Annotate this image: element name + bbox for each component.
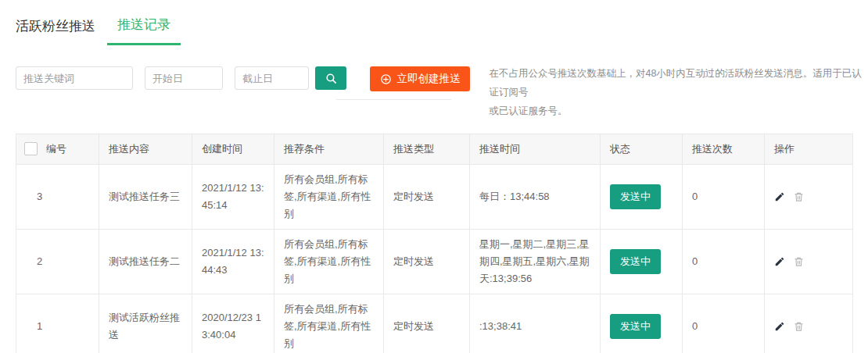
cell-status: 发送中 [601, 230, 683, 294]
table-row: 1 测试活跃粉丝推送 2020/12/23 13:40:04 所有会员组,所有标… [16, 294, 853, 353]
cell-push-time: 每日：13;44:58 [470, 165, 601, 230]
edit-pencil-icon[interactable] [774, 191, 785, 202]
status-button[interactable]: 发送中 [610, 249, 661, 274]
header-push-count: 推送次数 [683, 134, 765, 165]
create-push-button[interactable]: 立即创建推送 [370, 66, 470, 91]
cell-push-count: 0 [683, 230, 765, 294]
cell-push-time: 星期一,星期二,星期三,星期四,星期五,星期六,星期天:13;39:56 [470, 230, 601, 294]
toolbar-divider [336, 99, 451, 100]
push-records-table: 编号 推送内容 创建时间 推荐条件 推送类型 推送时间 状态 推送次数 操作 3… [16, 134, 853, 353]
header-push-type: 推送类型 [384, 134, 470, 165]
cell-id: 2 [16, 230, 99, 294]
plus-circle-icon [380, 73, 392, 85]
header-created-time: 创建时间 [192, 134, 274, 165]
delete-trash-icon[interactable] [794, 191, 804, 202]
cell-actions [765, 230, 853, 294]
cell-condition: 所有会员组,所有标签,所有渠道,所有性别 [274, 165, 384, 230]
tab-push-records[interactable]: 推送记录 [107, 16, 181, 45]
header-status: 状态 [601, 134, 683, 165]
start-date-input[interactable] [145, 66, 223, 90]
cell-status: 发送中 [601, 165, 683, 230]
cell-id: 1 [16, 294, 99, 353]
cell-id: 3 [16, 165, 99, 230]
search-button[interactable] [315, 66, 346, 90]
delete-trash-icon[interactable] [794, 321, 804, 332]
cell-status: 发送中 [601, 294, 683, 353]
cell-content: 测试活跃粉丝推送 [99, 294, 192, 353]
tab-active-fans-push[interactable]: 活跃粉丝推送 [16, 17, 95, 45]
tabs-bar: 活跃粉丝推送 推送记录 [16, 16, 868, 45]
table-header-row: 编号 推送内容 创建时间 推荐条件 推送类型 推送时间 状态 推送次数 操作 [16, 134, 853, 165]
cell-push-type: 定时发送 [384, 165, 470, 230]
cell-condition: 所有会员组,所有标签,所有渠道,所有性别 [274, 230, 384, 294]
cell-condition: 所有会员组,所有标签,所有渠道,所有性别 [274, 294, 384, 353]
cell-created-time: 2020/12/23 13:40:04 [192, 294, 274, 353]
cell-content: 测试推送任务二 [99, 230, 192, 294]
create-push-label: 立即创建推送 [396, 72, 460, 86]
cell-created-time: 2021/1/12 13:44:43 [192, 230, 274, 294]
magnifier-icon [325, 72, 338, 85]
cell-created-time: 2021/1/12 13:45:14 [192, 165, 274, 230]
table-row: 2 测试推送任务二 2021/1/12 13:44:43 所有会员组,所有标签,… [16, 230, 853, 294]
feature-description-line1: 在不占用公众号推送次数基础上，对48小时内互动过的活跃粉丝发送消息。适用于已认证… [489, 64, 868, 102]
table-header: 编号 推送内容 创建时间 推荐条件 推送类型 推送时间 状态 推送次数 操作 [16, 134, 853, 165]
cell-push-type: 定时发送 [384, 294, 470, 353]
cell-actions [765, 294, 853, 353]
feature-description: 在不占用公众号推送次数基础上，对48小时内互动过的活跃粉丝发送消息。适用于已认证… [489, 64, 868, 120]
status-button[interactable]: 发送中 [610, 184, 661, 209]
cell-push-time: :13;38:41 [470, 294, 601, 353]
feature-description-line2: 或已认证服务号。 [489, 102, 868, 120]
header-content: 推送内容 [99, 134, 192, 165]
header-id: 编号 [16, 134, 99, 165]
table-row: 3 测试推送任务三 2021/1/12 13:45:14 所有会员组,所有标签,… [16, 165, 853, 230]
cell-content: 测试推送任务三 [99, 165, 192, 230]
edit-pencil-icon[interactable] [774, 256, 785, 267]
keyword-input[interactable] [16, 66, 133, 90]
header-condition: 推荐条件 [274, 134, 384, 165]
table-body: 3 测试推送任务三 2021/1/12 13:45:14 所有会员组,所有标签,… [16, 165, 853, 353]
cell-actions [765, 165, 853, 230]
status-button[interactable]: 发送中 [610, 314, 661, 339]
cell-push-type: 定时发送 [384, 230, 470, 294]
select-all-checkbox[interactable] [24, 142, 38, 155]
cell-push-count: 0 [683, 294, 765, 353]
header-push-time: 推送时间 [470, 134, 601, 165]
header-actions: 操作 [765, 134, 853, 165]
delete-trash-icon[interactable] [794, 256, 804, 267]
end-date-input[interactable] [235, 66, 309, 90]
toolbar: 立即创建推送 在不占用公众号推送次数基础上，对48小时内互动过的活跃粉丝发送消息… [16, 66, 868, 120]
edit-pencil-icon[interactable] [774, 321, 785, 332]
cell-push-count: 0 [683, 165, 765, 230]
header-id-label: 编号 [46, 143, 66, 155]
